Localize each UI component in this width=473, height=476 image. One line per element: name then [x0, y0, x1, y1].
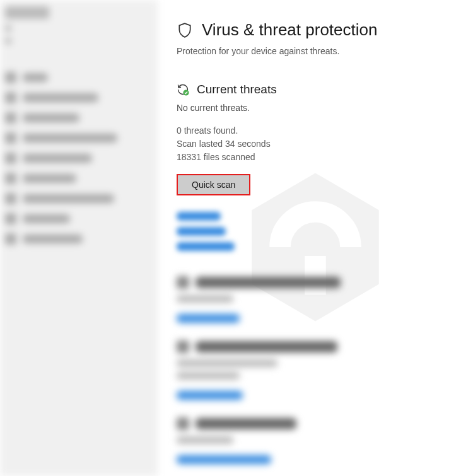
blurred-section — [177, 417, 454, 464]
sidebar — [0, 0, 158, 476]
sidebar-item[interactable] — [5, 153, 153, 164]
blurred-links — [177, 212, 454, 251]
page-subtitle: Protection for your device against threa… — [177, 46, 454, 56]
sidebar-item[interactable] — [5, 233, 153, 245]
quick-scan-button[interactable]: Quick scan — [177, 174, 250, 195]
current-threats-title: Current threats — [197, 83, 277, 96]
sidebar-item[interactable] — [5, 92, 153, 103]
blurred-section — [177, 340, 454, 400]
blurred-section — [177, 276, 454, 323]
history-check-icon — [177, 83, 189, 96]
page-title: Virus & threat protection — [202, 20, 377, 40]
shield-icon — [177, 22, 193, 38]
sidebar-item[interactable] — [5, 173, 153, 184]
main-content: Virus & threat protection Protection for… — [158, 0, 473, 476]
sidebar-item[interactable] — [5, 72, 153, 83]
scan-duration: Scan lasted 34 seconds — [177, 137, 454, 151]
sidebar-item[interactable] — [5, 193, 153, 204]
threats-found-count: 0 threats found. — [177, 124, 454, 137]
sidebar-item[interactable] — [5, 112, 153, 124]
files-scanned-count: 18331 files scanned — [177, 151, 454, 164]
threats-status: No current threats. — [177, 103, 454, 113]
current-threats-header: Current threats — [177, 83, 454, 96]
scan-results: 0 threats found. Scan lasted 34 seconds … — [177, 124, 454, 164]
sidebar-item[interactable] — [5, 213, 153, 224]
page-header: Virus & threat protection — [177, 20, 454, 40]
sidebar-item[interactable] — [5, 132, 153, 144]
